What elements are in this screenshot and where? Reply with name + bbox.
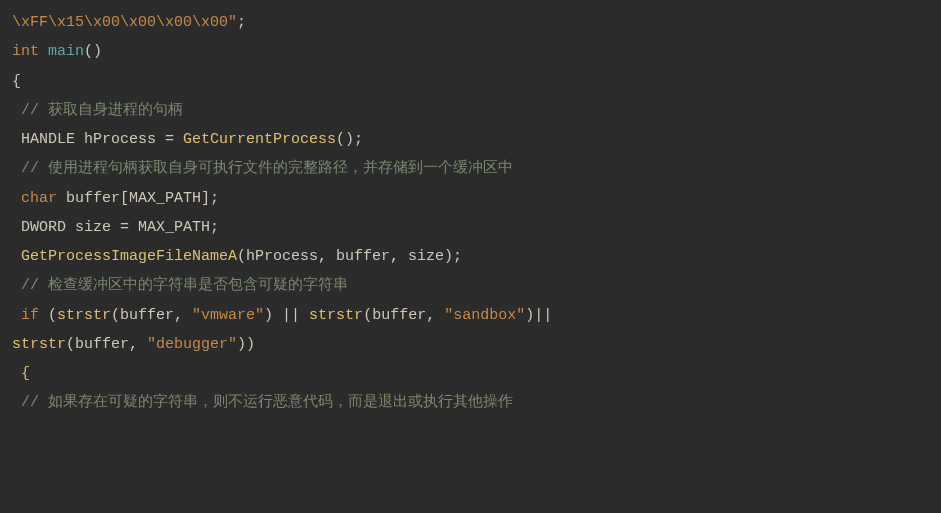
function-call: GetProcessImageFileNameA xyxy=(21,248,237,265)
open-brace: { xyxy=(21,365,30,382)
code-line: char buffer[MAX_PATH]; xyxy=(12,184,929,213)
function-main: main xyxy=(48,43,84,60)
keyword-char: char xyxy=(21,190,57,207)
code-line: // 获取自身进程的句柄 xyxy=(12,96,929,125)
indent xyxy=(12,219,21,236)
indent xyxy=(12,394,21,411)
indent xyxy=(12,102,21,119)
comment: // 检查缓冲区中的字符串是否包含可疑的字符串 xyxy=(21,277,348,294)
parens: () xyxy=(84,43,102,60)
code-text: (); xyxy=(336,131,363,148)
code-text: HANDLE hProcess = xyxy=(21,131,183,148)
keyword-if: if xyxy=(21,307,39,324)
code-line: DWORD size = MAX_PATH; xyxy=(12,213,929,242)
keyword-int: int xyxy=(12,43,39,60)
code-line: HANDLE hProcess = GetCurrentProcess(); xyxy=(12,125,929,154)
string-literal: "debugger" xyxy=(147,336,237,353)
indent xyxy=(12,248,21,265)
code-line: { xyxy=(12,359,929,388)
code-line: { xyxy=(12,67,929,96)
indent xyxy=(12,277,21,294)
code-text: (buffer, xyxy=(363,307,444,324)
indent xyxy=(12,131,21,148)
indent xyxy=(12,365,21,382)
string-literal: "vmware" xyxy=(192,307,264,324)
comment: // 获取自身进程的句柄 xyxy=(21,102,183,119)
code-text: ) || xyxy=(264,307,309,324)
semicolon: ; xyxy=(237,14,246,31)
code-text: )) xyxy=(237,336,255,353)
function-call: strstr xyxy=(57,307,111,324)
comment: // 使用进程句柄获取自身可执行文件的完整路径，并存储到一个缓冲区中 xyxy=(21,160,513,177)
code-line: if (strstr(buffer, "vmware") || strstr(b… xyxy=(12,301,929,330)
code-line: // 如果存在可疑的字符串，则不运行恶意代码，而是退出或执行其他操作 xyxy=(12,388,929,417)
code-line: int main() xyxy=(12,37,929,66)
code-text: DWORD size = MAX_PATH; xyxy=(21,219,219,236)
code-text: buffer[MAX_PATH]; xyxy=(57,190,219,207)
space xyxy=(39,43,48,60)
open-brace: { xyxy=(12,73,21,90)
comment: // 如果存在可疑的字符串，则不运行恶意代码，而是退出或执行其他操作 xyxy=(21,394,513,411)
function-call: strstr xyxy=(309,307,363,324)
code-line: GetProcessImageFileNameA(hProcess, buffe… xyxy=(12,242,929,271)
indent xyxy=(12,160,21,177)
indent xyxy=(12,307,21,324)
code-text: (buffer, xyxy=(66,336,147,353)
code-line: strstr(buffer, "debugger")) xyxy=(12,330,929,359)
code-editor[interactable]: \xFF\x15\x00\x00\x00\x00"; int main() { … xyxy=(12,8,929,418)
code-line: \xFF\x15\x00\x00\x00\x00"; xyxy=(12,8,929,37)
code-line: // 使用进程句柄获取自身可执行文件的完整路径，并存储到一个缓冲区中 xyxy=(12,154,929,183)
string-literal: \xFF\x15\x00\x00\x00\x00" xyxy=(12,14,237,31)
function-call: GetCurrentProcess xyxy=(183,131,336,148)
indent xyxy=(12,190,21,207)
code-text: )|| xyxy=(525,307,552,324)
code-text: (hProcess, buffer, size); xyxy=(237,248,462,265)
code-line: // 检查缓冲区中的字符串是否包含可疑的字符串 xyxy=(12,271,929,300)
function-call: strstr xyxy=(12,336,66,353)
string-literal: "sandbox" xyxy=(444,307,525,324)
code-text: (buffer, xyxy=(111,307,192,324)
code-text: ( xyxy=(39,307,57,324)
